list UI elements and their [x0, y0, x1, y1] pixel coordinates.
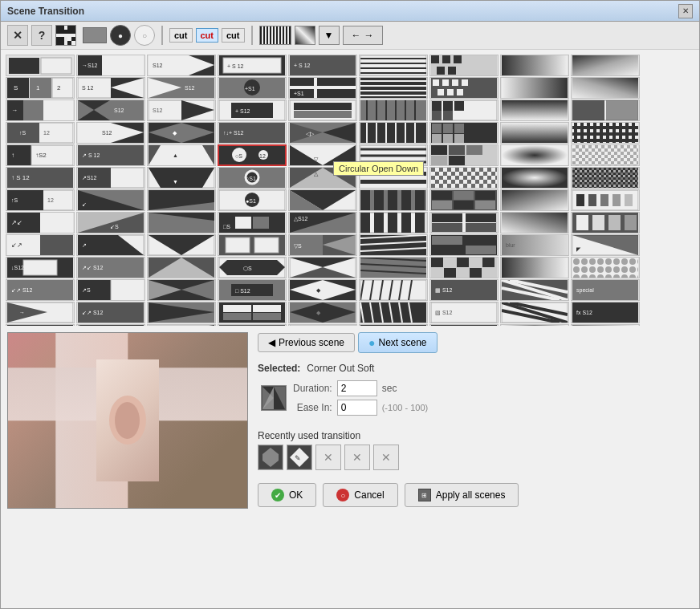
transition-4-4[interactable]: ↑↓+ S12 — [218, 122, 287, 144]
transition-9-10[interactable] — [571, 257, 640, 278]
transition-9-7[interactable] — [571, 189, 640, 211]
transition-4-13[interactable] — [218, 324, 287, 326]
transition-3-12[interactable] — [147, 302, 216, 323]
transition-1-11[interactable]: ↙↗ S12 — [6, 279, 75, 301]
transition-7-11[interactable]: ▦ S12 — [429, 279, 499, 301]
transition-corner-out-soft[interactable]: ◤ — [571, 234, 640, 256]
transition-9-3[interactable] — [571, 99, 640, 121]
transition-3-7[interactable] — [147, 189, 216, 211]
transition-7-7[interactable] — [429, 189, 499, 211]
transition-4-12[interactable] — [218, 302, 287, 323]
transition-5-7[interactable] — [288, 189, 357, 211]
ok-button[interactable]: ✔ OK — [258, 483, 316, 507]
duration-input[interactable] — [337, 380, 377, 396]
transition-6-4[interactable] — [359, 122, 428, 144]
transition-4-9[interactable] — [218, 234, 287, 256]
transition-1-12[interactable]: → — [6, 302, 75, 323]
transition-1-5[interactable]: ↑ ↑S2 — [6, 144, 75, 166]
transition-6-8[interactable] — [359, 212, 428, 233]
transition-7-10[interactable] — [429, 257, 499, 278]
transition-8-13[interactable] — [500, 324, 569, 326]
transition-3-2[interactable]: S12 — [147, 77, 216, 99]
transition-6-3[interactable] — [359, 99, 428, 121]
transition-cut[interactable] — [6, 55, 75, 76]
transition-7-9[interactable] — [429, 234, 499, 256]
transition-2-12[interactable]: ↙↗ S12 — [76, 302, 145, 323]
transition-7-6[interactable] — [429, 167, 499, 189]
transition-2-4[interactable]: S12 — [76, 122, 145, 144]
transition-7-3[interactable] — [429, 99, 499, 121]
transition-8-5[interactable] — [500, 144, 569, 166]
transition-9-2[interactable] — [571, 77, 640, 99]
transition-2-2[interactable]: S 12 — [76, 77, 145, 99]
close-window-button[interactable]: ✕ — [678, 4, 693, 18]
transition-5-13[interactable]: ★ — [288, 324, 357, 326]
transition-3-3[interactable]: S12 — [147, 99, 216, 121]
transition-5-2[interactable]: +S1 — [288, 77, 357, 99]
transition-5-12[interactable]: ◆ — [288, 302, 357, 323]
transition-7-12[interactable]: ▧ S12 — [429, 302, 499, 323]
transition-8-7[interactable] — [500, 189, 569, 211]
recent-icon-clear-1[interactable]: ✕ — [315, 445, 341, 470]
transition-6-7[interactable] — [359, 189, 428, 211]
transition-4-3[interactable]: + S12 — [218, 99, 287, 121]
transition-8-2[interactable] — [500, 77, 569, 99]
transition-8-10[interactable] — [500, 257, 569, 278]
transition-8-6[interactable] — [500, 167, 569, 189]
transition-6-9[interactable] — [359, 234, 428, 256]
transition-2-1[interactable]: →S12 — [76, 55, 145, 76]
transition-1-7[interactable]: ↑S 12 — [6, 189, 75, 211]
transition-8-9[interactable]: blur — [500, 234, 569, 256]
transition-4-6[interactable]: ○S1 — [218, 167, 287, 189]
transition-circular-open-down[interactable]: ○S 12 — [218, 144, 287, 166]
transition-3-6[interactable]: ▼ — [147, 167, 216, 189]
transition-4-2[interactable]: +S1 — [218, 77, 287, 99]
transition-8-3[interactable] — [500, 99, 569, 121]
apply-all-button[interactable]: ⊞ Apply all scenes — [405, 483, 519, 507]
transition-4-1[interactable]: + S 12 — [218, 55, 287, 76]
recent-icon-clear-2[interactable]: ✕ — [344, 445, 370, 470]
transition-1-2[interactable]: S 1 2 — [6, 77, 75, 99]
cut-button-2[interactable]: cut — [196, 28, 219, 43]
recent-icon-1[interactable] — [258, 445, 283, 470]
transition-5-9[interactable]: ▽S — [288, 234, 357, 256]
transition-2-13[interactable]: ↗S12 — [76, 324, 145, 326]
transition-1-6[interactable]: ↑ S 12 — [6, 167, 75, 189]
next-scene-button[interactable]: ● Next scene — [358, 332, 438, 353]
transition-grid-scroll[interactable]: S 1 2 → — [1, 50, 699, 326]
transition-1-13[interactable]: ↓→ S 12 — [6, 324, 75, 326]
transition-2-7[interactable]: ↙ — [76, 189, 145, 211]
transition-7-8[interactable] — [429, 212, 499, 233]
transition-7-13[interactable]: ▨ S12 — [429, 324, 499, 326]
transition-7-1[interactable] — [429, 55, 499, 76]
transition-5-3[interactable] — [288, 99, 357, 121]
transition-4-8[interactable]: □S — [218, 212, 287, 233]
transition-9-8[interactable] — [571, 212, 640, 233]
ease-input[interactable] — [337, 400, 377, 416]
transition-2-3[interactable]: S12 — [76, 99, 145, 121]
transition-2-8[interactable]: ↙S — [76, 212, 145, 233]
transition-9-4[interactable] — [571, 122, 640, 144]
transition-9-1[interactable] — [571, 55, 640, 76]
transition-5-6[interactable]: △ — [288, 167, 357, 189]
transition-3-4[interactable]: ◆ — [147, 122, 216, 144]
transition-2-6[interactable]: ↗S12 — [76, 167, 145, 189]
transition-6-10[interactable] — [359, 257, 428, 278]
transition-1-9[interactable]: ↙↗ — [6, 234, 75, 256]
transition-6-6[interactable] — [359, 167, 428, 189]
transition-1-3[interactable]: → — [6, 99, 75, 121]
transition-5-5[interactable]: ▽ — [288, 144, 357, 166]
transition-5-4[interactable]: ◁▷ — [288, 122, 357, 144]
transition-3-1[interactable]: S12 — [147, 55, 216, 76]
transition-5-8[interactable]: △S12 — [288, 212, 357, 233]
cut-button-1[interactable]: cut — [169, 28, 193, 43]
transition-5-11[interactable]: ◆ — [288, 279, 357, 301]
no-transition-button[interactable]: ✕ — [7, 25, 28, 46]
transition-3-11[interactable] — [147, 279, 216, 301]
transition-6-2[interactable] — [359, 77, 428, 99]
transition-7-4[interactable] — [429, 122, 499, 144]
transition-6-1[interactable] — [359, 55, 428, 76]
transition-8-4[interactable] — [500, 122, 569, 144]
transition-6-12[interactable] — [359, 302, 428, 323]
transition-7-5[interactable] — [429, 144, 499, 166]
